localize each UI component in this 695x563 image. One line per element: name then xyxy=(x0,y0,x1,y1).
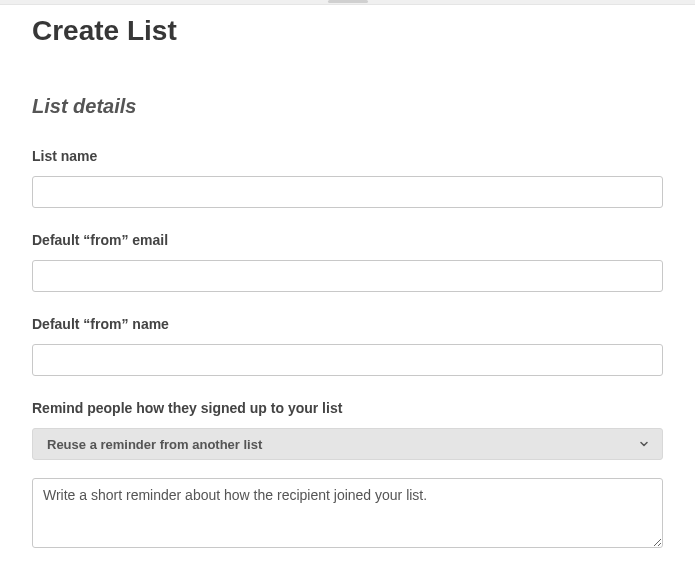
field-reminder: Remind people how they signed up to your… xyxy=(32,400,663,552)
dropdown-selected-text: Reuse a reminder from another list xyxy=(47,437,262,452)
reminder-label: Remind people how they signed up to your… xyxy=(32,400,663,416)
from-name-label: Default “from” name xyxy=(32,316,663,332)
list-name-label: List name xyxy=(32,148,663,164)
list-name-input[interactable] xyxy=(32,176,663,208)
field-from-email: Default “from” email xyxy=(32,232,663,292)
top-divider-bar xyxy=(0,0,695,5)
field-from-name: Default “from” name xyxy=(32,316,663,376)
field-list-name: List name xyxy=(32,148,663,208)
drag-handle xyxy=(328,0,368,3)
section-title: List details xyxy=(32,95,663,118)
form-container: Create List List details List name Defau… xyxy=(0,5,695,552)
chevron-down-icon xyxy=(640,440,648,448)
reminder-textarea[interactable] xyxy=(32,478,663,548)
from-email-label: Default “from” email xyxy=(32,232,663,248)
page-title: Create List xyxy=(32,15,663,47)
from-email-input[interactable] xyxy=(32,260,663,292)
from-name-input[interactable] xyxy=(32,344,663,376)
reminder-reuse-dropdown[interactable]: Reuse a reminder from another list xyxy=(32,428,663,460)
